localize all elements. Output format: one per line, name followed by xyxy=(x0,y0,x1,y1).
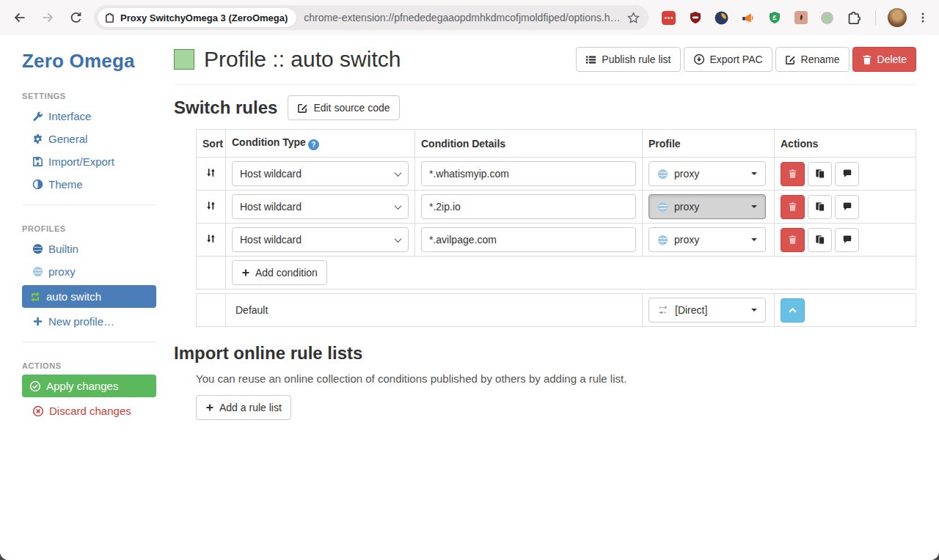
table-header-row: Sort Condition Type Condition Details Pr… xyxy=(197,130,916,158)
megaphone-extension-button[interactable] xyxy=(741,11,755,25)
discard-changes-label: Discard changes xyxy=(49,405,131,417)
extension-name-chip[interactable]: Proxy SwitchyOmega 3 (ZeroOmega) xyxy=(98,8,296,27)
comment-icon xyxy=(842,235,852,245)
swirl-logo-extension-button[interactable] xyxy=(715,11,728,25)
sidebar-item-auto-switch[interactable]: auto switch xyxy=(22,285,156,308)
condition-type-select[interactable]: Host wildcard xyxy=(232,194,409,219)
default-profile-dropdown[interactable]: [Direct] xyxy=(648,298,766,323)
delete-rule-button[interactable] xyxy=(781,195,805,219)
plus-icon xyxy=(32,316,43,327)
clone-rule-button[interactable] xyxy=(808,162,832,186)
bookmark-button[interactable] xyxy=(627,12,640,24)
delete-button[interactable]: Delete xyxy=(852,47,916,72)
edit-icon xyxy=(297,103,308,114)
add-note-button[interactable] xyxy=(835,162,859,186)
delete-rule-button[interactable] xyxy=(781,162,805,186)
x-circle-icon xyxy=(32,405,44,417)
back-icon xyxy=(12,10,27,25)
toolbar-divider xyxy=(875,10,876,25)
check-circle-icon xyxy=(29,380,41,392)
download-circle-icon xyxy=(693,54,705,65)
sidebar-item-new-profile[interactable]: New profile… xyxy=(22,310,174,333)
extensions-menu-button[interactable] xyxy=(847,11,861,25)
adblock-extension-button[interactable] xyxy=(688,11,702,25)
header-divider xyxy=(174,84,916,85)
add-note-button[interactable] xyxy=(835,228,859,252)
comment-icon xyxy=(842,202,852,212)
sidebar-item-import-export[interactable]: Import/Export xyxy=(22,150,174,173)
sidebar-item-label: Interface xyxy=(48,110,91,122)
chevron-up-icon xyxy=(787,305,798,316)
adblock-shield-icon xyxy=(689,11,702,24)
sidebar-item-label: proxy xyxy=(48,265,76,278)
default-rule-table: Default [Direct] xyxy=(196,293,916,327)
discard-changes-button[interactable]: Discard changes xyxy=(22,399,174,422)
page-title: Profile :: auto switch xyxy=(204,47,401,72)
condition-details-input[interactable] xyxy=(421,161,636,186)
delete-rule-button[interactable] xyxy=(781,228,805,252)
green-shield-extension-button[interactable]: £ xyxy=(767,11,781,25)
profile-select-label: proxy xyxy=(674,234,699,246)
profile-select-dropdown[interactable]: proxy xyxy=(648,227,766,252)
reload-icon xyxy=(69,11,83,25)
reload-button[interactable] xyxy=(63,5,88,30)
copy-icon xyxy=(815,235,825,245)
globe-icon xyxy=(657,235,668,246)
clone-rule-button[interactable] xyxy=(808,195,832,219)
sidebar-item-builtin[interactable]: Builtin xyxy=(22,237,174,260)
add-rule-list-label: Add a rule list xyxy=(219,400,282,415)
profile-select-dropdown[interactable]: proxy xyxy=(648,161,766,186)
collapse-rules-button[interactable] xyxy=(781,298,805,323)
apply-changes-button[interactable]: Apply changes xyxy=(22,375,156,397)
status-dot-extension-button[interactable] xyxy=(820,11,834,25)
browser-menu-button[interactable] xyxy=(914,12,932,23)
plus-icon xyxy=(241,268,250,277)
tan-app-extension-button[interactable] xyxy=(794,11,808,25)
apply-changes-label: Apply changes xyxy=(46,380,118,392)
profile-avatar[interactable] xyxy=(888,8,907,27)
url-bar[interactable]: Proxy SwitchyOmega 3 (ZeroOmega) chrome-… xyxy=(94,5,648,30)
condition-type-select[interactable]: Host wildcard xyxy=(232,227,409,252)
forward-button[interactable] xyxy=(35,5,60,30)
profile-color-swatch[interactable] xyxy=(174,49,194,70)
condition-type-select[interactable]: Host wildcard xyxy=(232,161,409,186)
profile-select-dropdown[interactable]: proxy xyxy=(648,194,766,219)
repeat-icon xyxy=(29,291,41,303)
sort-drag-handle[interactable] xyxy=(205,202,216,213)
profile-select-label: proxy xyxy=(674,168,699,180)
edit-source-code-button[interactable]: Edit source code xyxy=(288,95,399,120)
clone-rule-button[interactable] xyxy=(808,228,832,252)
sidebar-item-proxy[interactable]: proxy xyxy=(22,260,174,283)
back-button[interactable] xyxy=(7,5,32,30)
add-condition-button[interactable]: Add condition xyxy=(232,260,327,285)
caret-down-icon xyxy=(751,238,757,241)
copy-icon xyxy=(815,202,825,212)
sidebar-item-label: Theme xyxy=(48,178,83,191)
publish-rule-list-button[interactable]: Publish rule list xyxy=(576,47,680,72)
settings-section-heading: SETTINGS xyxy=(22,92,174,100)
sort-drag-handle[interactable] xyxy=(205,235,216,246)
sidebar-item-general[interactable]: General xyxy=(22,128,174,150)
add-rule-list-button[interactable]: Add a rule list xyxy=(196,395,291,420)
swirl-logo-icon xyxy=(715,11,728,25)
caret-down-icon xyxy=(751,205,757,208)
browser-menu-icon xyxy=(917,12,929,23)
export-pac-button[interactable]: Export PAC xyxy=(684,47,772,72)
condition-details-input[interactable] xyxy=(421,227,636,252)
sort-drag-handle[interactable] xyxy=(205,169,216,180)
sidebar-item-theme[interactable]: Theme xyxy=(22,173,174,196)
trash-icon xyxy=(788,169,797,179)
extensions-tray: £ xyxy=(654,11,868,25)
condition-type-column-header: Condition Type xyxy=(226,130,415,158)
switch-rules-table: Sort Condition Type Condition Details Pr… xyxy=(196,129,916,290)
rename-button[interactable]: Rename xyxy=(775,47,850,72)
profile-header: Profile :: auto switch Publish rule list… xyxy=(174,47,916,72)
password-manager-extension-button[interactable] xyxy=(662,11,676,25)
plus-icon xyxy=(205,403,214,412)
sidebar-item-interface[interactable]: Interface xyxy=(22,105,174,128)
condition-details-input[interactable] xyxy=(421,194,636,219)
comment-icon xyxy=(842,169,852,179)
add-note-button[interactable] xyxy=(835,195,859,219)
rule-row: Host wildcard proxy xyxy=(197,158,916,191)
help-icon[interactable] xyxy=(308,139,319,150)
